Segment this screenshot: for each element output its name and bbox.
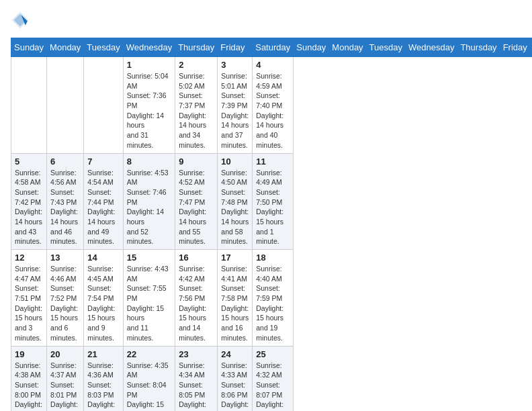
calendar-week-row: 12Sunrise: 4:47 AM Sunset: 7:51 PM Dayli… xyxy=(11,250,533,347)
day-info: Sunrise: 4:33 AM Sunset: 8:06 PM Dayligh… xyxy=(221,361,249,412)
calendar-cell: 12Sunrise: 4:47 AM Sunset: 7:51 PM Dayli… xyxy=(11,250,47,347)
day-info: Sunrise: 4:46 AM Sunset: 7:52 PM Dayligh… xyxy=(50,264,80,343)
day-number: 16 xyxy=(179,253,214,263)
calendar-cell: 2Sunrise: 5:02 AM Sunset: 7:37 PM Daylig… xyxy=(175,57,218,154)
day-of-week-header: Monday xyxy=(47,38,84,57)
calendar-cell: 14Sunrise: 4:45 AM Sunset: 7:54 PM Dayli… xyxy=(84,250,123,347)
day-of-week-header: Thursday xyxy=(175,38,218,57)
day-info: Sunrise: 4:59 AM Sunset: 7:40 PM Dayligh… xyxy=(256,71,290,150)
day-info: Sunrise: 4:38 AM Sunset: 8:00 PM Dayligh… xyxy=(15,361,43,412)
day-info: Sunrise: 4:45 AM Sunset: 7:54 PM Dayligh… xyxy=(87,264,119,343)
calendar-week-row: 5Sunrise: 4:58 AM Sunset: 7:42 PM Daylig… xyxy=(11,153,533,250)
calendar-table: SundayMondayTuesdayWednesdayThursdayFrid… xyxy=(11,38,532,411)
day-of-week-header: Tuesday xyxy=(366,38,405,57)
day-info: Sunrise: 4:52 AM Sunset: 7:47 PM Dayligh… xyxy=(179,168,214,247)
day-info: Sunrise: 4:58 AM Sunset: 7:42 PM Dayligh… xyxy=(15,168,43,247)
calendar-cell: 1Sunrise: 5:04 AM Sunset: 7:36 PM Daylig… xyxy=(123,57,175,154)
day-number: 7 xyxy=(87,156,119,167)
day-of-week-header: Wednesday xyxy=(406,38,457,57)
calendar-cell: 11Sunrise: 4:49 AM Sunset: 7:50 PM Dayli… xyxy=(253,153,294,250)
day-number: 14 xyxy=(87,253,119,263)
day-info: Sunrise: 4:54 AM Sunset: 7:44 PM Dayligh… xyxy=(87,168,119,247)
day-number: 9 xyxy=(179,156,214,167)
calendar-cell: 10Sunrise: 4:50 AM Sunset: 7:48 PM Dayli… xyxy=(218,153,253,250)
day-number: 17 xyxy=(221,253,249,263)
day-info: Sunrise: 4:49 AM Sunset: 7:50 PM Dayligh… xyxy=(256,168,290,247)
day-info: Sunrise: 5:02 AM Sunset: 7:37 PM Dayligh… xyxy=(179,71,214,150)
day-of-week-header: Monday xyxy=(329,38,366,57)
day-info: Sunrise: 4:56 AM Sunset: 7:43 PM Dayligh… xyxy=(50,168,80,247)
calendar-cell xyxy=(47,57,84,154)
day-of-week-header: Friday xyxy=(218,38,253,57)
day-of-week-header: Tuesday xyxy=(84,38,123,57)
calendar-cell: 23Sunrise: 4:34 AM Sunset: 8:05 PM Dayli… xyxy=(175,346,218,411)
day-number: 15 xyxy=(127,253,171,263)
calendar-cell xyxy=(11,57,47,154)
day-number: 4 xyxy=(256,60,290,70)
day-number: 8 xyxy=(127,156,171,167)
day-of-week-header: Sunday xyxy=(294,38,329,57)
day-info: Sunrise: 5:04 AM Sunset: 7:36 PM Dayligh… xyxy=(127,71,171,150)
day-number: 6 xyxy=(50,156,80,167)
day-number: 3 xyxy=(221,60,249,70)
calendar-cell: 19Sunrise: 4:38 AM Sunset: 8:00 PM Dayli… xyxy=(11,346,47,411)
calendar-cell: 22Sunrise: 4:35 AM Sunset: 8:04 PM Dayli… xyxy=(123,346,175,411)
day-info: Sunrise: 4:34 AM Sunset: 8:05 PM Dayligh… xyxy=(179,361,214,412)
calendar-cell: 25Sunrise: 4:32 AM Sunset: 8:07 PM Dayli… xyxy=(253,346,294,411)
day-info: Sunrise: 4:35 AM Sunset: 8:04 PM Dayligh… xyxy=(127,361,171,412)
calendar-header-row: SundayMondayTuesdayWednesdayThursdayFrid… xyxy=(11,38,533,57)
day-number: 12 xyxy=(15,253,43,263)
day-info: Sunrise: 4:32 AM Sunset: 8:07 PM Dayligh… xyxy=(256,361,290,412)
calendar-cell: 8Sunrise: 4:53 AM Sunset: 7:46 PM Daylig… xyxy=(123,153,175,250)
day-number: 10 xyxy=(221,156,249,167)
day-number: 19 xyxy=(15,349,43,359)
calendar-cell: 6Sunrise: 4:56 AM Sunset: 7:43 PM Daylig… xyxy=(47,153,84,250)
day-of-week-header: Saturday xyxy=(253,38,294,57)
day-info: Sunrise: 4:37 AM Sunset: 8:01 PM Dayligh… xyxy=(50,361,80,412)
day-number: 13 xyxy=(50,253,80,263)
day-info: Sunrise: 4:43 AM Sunset: 7:55 PM Dayligh… xyxy=(127,264,171,343)
day-number: 21 xyxy=(87,349,119,359)
calendar-cell: 20Sunrise: 4:37 AM Sunset: 8:01 PM Dayli… xyxy=(47,346,84,411)
day-info: Sunrise: 4:42 AM Sunset: 7:56 PM Dayligh… xyxy=(179,264,214,343)
calendar-cell: 7Sunrise: 4:54 AM Sunset: 7:44 PM Daylig… xyxy=(84,153,123,250)
calendar-cell: 13Sunrise: 4:46 AM Sunset: 7:52 PM Dayli… xyxy=(47,250,84,347)
day-info: Sunrise: 4:36 AM Sunset: 8:03 PM Dayligh… xyxy=(87,361,119,412)
calendar-cell: 16Sunrise: 4:42 AM Sunset: 7:56 PM Dayli… xyxy=(175,250,218,347)
day-number: 22 xyxy=(127,349,171,359)
day-number: 5 xyxy=(15,156,43,167)
calendar-cell: 3Sunrise: 5:01 AM Sunset: 7:39 PM Daylig… xyxy=(218,57,253,154)
day-number: 2 xyxy=(179,60,214,70)
calendar-cell: 17Sunrise: 4:41 AM Sunset: 7:58 PM Dayli… xyxy=(218,250,253,347)
calendar-cell: 15Sunrise: 4:43 AM Sunset: 7:55 PM Dayli… xyxy=(123,250,175,347)
day-info: Sunrise: 4:41 AM Sunset: 7:58 PM Dayligh… xyxy=(221,264,249,343)
day-number: 25 xyxy=(256,349,290,359)
day-of-week-header: Wednesday xyxy=(123,38,175,57)
calendar-week-row: 19Sunrise: 4:38 AM Sunset: 8:00 PM Dayli… xyxy=(11,346,533,411)
calendar-cell: 9Sunrise: 4:52 AM Sunset: 7:47 PM Daylig… xyxy=(175,153,218,250)
day-number: 24 xyxy=(221,349,249,359)
generalblue-logo-icon xyxy=(11,11,30,30)
calendar-cell: 18Sunrise: 4:40 AM Sunset: 7:59 PM Dayli… xyxy=(253,250,294,347)
calendar-cell: 4Sunrise: 4:59 AM Sunset: 7:40 PM Daylig… xyxy=(253,57,294,154)
calendar-cell: 24Sunrise: 4:33 AM Sunset: 8:06 PM Dayli… xyxy=(218,346,253,411)
day-info: Sunrise: 4:47 AM Sunset: 7:51 PM Dayligh… xyxy=(15,264,43,343)
calendar-cell: 21Sunrise: 4:36 AM Sunset: 8:03 PM Dayli… xyxy=(84,346,123,411)
calendar-cell xyxy=(84,57,123,154)
day-number: 1 xyxy=(127,60,171,70)
day-info: Sunrise: 4:50 AM Sunset: 7:48 PM Dayligh… xyxy=(221,168,249,247)
calendar-week-row: 1Sunrise: 5:04 AM Sunset: 7:36 PM Daylig… xyxy=(11,57,533,154)
day-info: Sunrise: 4:40 AM Sunset: 7:59 PM Dayligh… xyxy=(256,264,290,343)
calendar-cell: 5Sunrise: 4:58 AM Sunset: 7:42 PM Daylig… xyxy=(11,153,47,250)
day-number: 18 xyxy=(256,253,290,263)
page-header xyxy=(11,11,521,30)
day-number: 23 xyxy=(179,349,214,359)
logo xyxy=(11,11,32,30)
day-info: Sunrise: 4:53 AM Sunset: 7:46 PM Dayligh… xyxy=(127,168,171,247)
day-number: 11 xyxy=(256,156,290,167)
day-of-week-header: Friday xyxy=(500,38,530,57)
day-of-week-header: Thursday xyxy=(457,38,500,57)
day-of-week-header: Sunday xyxy=(11,38,47,57)
day-number: 20 xyxy=(50,349,80,359)
day-info: Sunrise: 5:01 AM Sunset: 7:39 PM Dayligh… xyxy=(221,71,249,150)
